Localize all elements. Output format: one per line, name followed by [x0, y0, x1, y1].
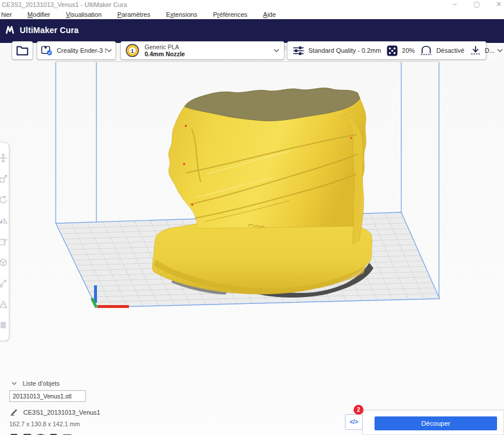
custom-tool-icon[interactable]: [0, 279, 8, 288]
job-name-row[interactable]: CE3S1_20131013_Venus1: [9, 408, 114, 416]
svg-text:1: 1: [131, 48, 134, 54]
adhesion-summary: D...: [470, 45, 495, 56]
menu-edit[interactable]: Modifier: [27, 11, 50, 18]
sliders-icon: [293, 46, 304, 56]
left-tool-panel: [0, 142, 9, 341]
menu-file[interactable]: hier: [1, 11, 12, 18]
message-count-badge: 2: [354, 405, 363, 415]
title-bar: CE3S1_20131013_Venus1 - UltiMaker Cura –…: [0, 0, 504, 10]
brand-name: UltiMaker Cura: [20, 26, 79, 35]
slice-button[interactable]: Découper: [375, 416, 497, 430]
mesh-tools-icon[interactable]: [0, 300, 8, 309]
material-name: Generic PLA: [145, 44, 185, 50]
chevron-down-icon: [106, 49, 112, 52]
menu-extensions[interactable]: Extensions: [166, 11, 197, 18]
ultimaker-logo-icon: [6, 26, 16, 34]
infill-label: 20%: [402, 47, 415, 54]
printer-selector[interactable]: Creality Ender-3 S...: [37, 41, 116, 60]
object-list-header[interactable]: Liste d'objets: [9, 380, 114, 387]
support-label: Désactivé: [436, 47, 464, 54]
code-icon: </>: [350, 419, 358, 425]
material-spool-icon: 1: [125, 44, 139, 57]
support-blocker-icon[interactable]: [0, 258, 8, 267]
menu-settings[interactable]: Paramètres: [117, 11, 150, 18]
model-dimensions: 162.7 x 130.8 x 142.1 mm: [9, 420, 114, 427]
adhesion-icon: [470, 45, 481, 56]
support-summary: Désactivé: [420, 45, 464, 56]
nozzle-size: 0.4mm Nozzle: [145, 50, 185, 57]
measure-tool-icon[interactable]: [0, 321, 8, 329]
x-axis-indicator: [98, 305, 129, 308]
menu-bar: hier Modifier Visualisation Paramètres E…: [0, 10, 504, 19]
build-plate-scene: [0, 43, 504, 435]
z-axis-indicator: [94, 285, 97, 303]
model-venus[interactable]: [152, 88, 372, 295]
support-icon: [420, 45, 432, 56]
scale-tool-icon[interactable]: [0, 175, 8, 183]
viewport-3d[interactable]: [0, 43, 504, 435]
folder-icon: [16, 46, 28, 56]
infill-summary: 20%: [387, 45, 415, 56]
app-header: UltiMaker Cura PRÉPARER APERÇU SURVEILLE…: [0, 19, 504, 43]
printer-icon: [41, 45, 53, 56]
rename-pencil-icon: [10, 408, 18, 416]
object-list-item[interactable]: 20131013_Venus1.stl: [9, 390, 86, 402]
material-labels: Generic PLA 0.4mm Nozzle: [145, 44, 185, 57]
menu-view[interactable]: Visualisation: [66, 11, 102, 18]
minimize-button[interactable]: –: [446, 0, 463, 9]
material-selector[interactable]: 1 Generic PLA 0.4mm Nozzle: [120, 41, 285, 60]
brand: UltiMaker Cura: [6, 26, 79, 35]
open-file-button[interactable]: [12, 41, 33, 60]
print-settings-selector[interactable]: Standard Quality - 0.2mm 20% Désactivé D…: [287, 41, 487, 60]
gcode-preview-button[interactable]: </>: [345, 414, 363, 430]
infill-icon: [387, 45, 398, 56]
collapse-caret-icon: [12, 382, 17, 385]
rotate-tool-icon[interactable]: [0, 195, 8, 204]
move-tool-icon[interactable]: [0, 154, 8, 162]
job-name: CE3S1_20131013_Venus1: [23, 409, 100, 416]
object-list: Liste d'objets 20131013_Venus1.stl CE3S1…: [9, 380, 114, 435]
window-title: CE3S1_20131013_Venus1 - UltiMaker Cura: [2, 1, 127, 8]
mirror-tool-icon[interactable]: [0, 216, 8, 225]
chevron-down-icon: [273, 49, 279, 52]
profile-label: Standard Quality - 0.2mm: [308, 47, 381, 54]
per-model-settings-icon[interactable]: [0, 237, 8, 246]
adhesion-label: D...: [485, 47, 495, 54]
chevron-down-icon: [497, 49, 503, 52]
close-button[interactable]: ✕: [490, 0, 504, 9]
profile-summary: Standard Quality - 0.2mm: [293, 46, 381, 56]
menu-help[interactable]: Aide: [263, 11, 276, 18]
object-list-title: Liste d'objets: [23, 380, 60, 387]
menu-preferences[interactable]: Préférences: [213, 11, 247, 18]
maximize-button[interactable]: ▢: [468, 0, 485, 9]
printer-name: Creality Ender-3 S...: [57, 47, 106, 54]
